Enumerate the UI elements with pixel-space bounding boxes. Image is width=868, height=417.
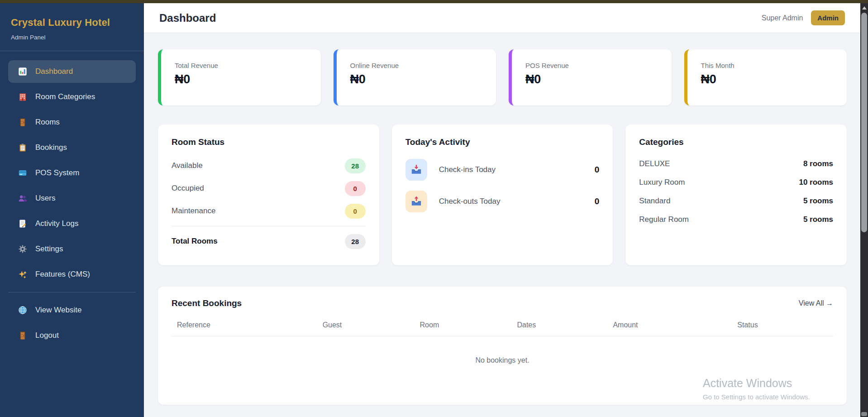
hotel-icon [18, 92, 27, 101]
mid-row: Room Status Available 28 Occupied 0 Main… [158, 125, 847, 265]
status-count-badge: 0 [345, 204, 366, 219]
stat-card-pos-revenue: POS Revenue ₦0 [509, 49, 672, 105]
column-header-reference: Reference [172, 321, 317, 336]
sidebar-item-label: POS System [35, 168, 79, 177]
panel-title: Room Status [172, 137, 366, 147]
stat-label: Online Revenue [350, 62, 483, 69]
users-icon [18, 194, 27, 203]
sidebar-item-label: Logout [35, 331, 59, 340]
sidebar-item-rooms[interactable]: Rooms [8, 111, 136, 134]
bookings-header-row: Reference Guest Room Dates Amount Status [172, 321, 833, 336]
sidebar-item-dashboard[interactable]: Dashboard [8, 60, 136, 83]
category-label: Luxury Room [639, 178, 685, 187]
category-value: 5 rooms [803, 197, 833, 206]
scroll-down-button[interactable] [861, 412, 867, 416]
vertical-scrollbar[interactable] [860, 3, 868, 417]
status-count-badge: 28 [345, 234, 366, 249]
scroll-up-arrow-icon[interactable] [862, 6, 867, 10]
status-count-badge: 28 [345, 158, 366, 173]
stat-card-total-revenue: Total Revenue ₦0 [158, 49, 321, 105]
status-label: Maintenance [172, 206, 215, 216]
panel-title: Today's Activity [405, 137, 600, 147]
sidebar-item-label: Users [35, 194, 55, 203]
sidebar-divider [8, 292, 136, 292]
bar-chart-icon [18, 67, 27, 76]
stat-label: This Month [701, 62, 834, 69]
window-top-strip [0, 0, 868, 3]
stats-row: Total Revenue ₦0 Online Revenue ₦0 POS R… [158, 49, 847, 105]
stat-value: ₦0 [175, 72, 307, 86]
category-row: DELUXE 8 rooms [639, 154, 833, 173]
sidebar-item-label: Rooms [35, 118, 60, 127]
category-value: 8 rooms [803, 159, 833, 168]
sparkles-icon [18, 270, 27, 279]
sidebar-nav: Dashboard Room Categories Rooms Bookings [0, 51, 144, 350]
sidebar-item-label: Bookings [35, 143, 67, 152]
inbox-tray-icon [405, 159, 427, 181]
panel-title: Categories [639, 137, 833, 147]
sidebar-item-label: Activity Logs [35, 219, 78, 228]
room-status-panel: Room Status Available 28 Occupied 0 Main… [158, 125, 379, 265]
credit-card-icon [18, 168, 27, 177]
category-row: Standard 5 rooms [639, 192, 833, 210]
category-row: Luxury Room 10 rooms [639, 173, 833, 192]
role-badge[interactable]: Admin [811, 10, 845, 25]
sidebar-item-bookings[interactable]: Bookings [8, 136, 136, 159]
scrollbar-thumb[interactable] [861, 13, 867, 232]
main-area: Dashboard Super Admin Admin Total Revenu… [144, 3, 860, 417]
stat-value: ₦0 [701, 72, 834, 86]
status-row-total: Total Rooms 28 [172, 230, 366, 253]
column-header-dates: Dates [511, 321, 607, 336]
category-row: Regular Room 5 rooms [639, 210, 833, 229]
category-label: DELUXE [639, 159, 670, 168]
activity-row-checkins: Check-ins Today 0 [405, 159, 600, 181]
activity-value: 0 [595, 197, 600, 206]
app-title: Crystal Luxury Hotel [11, 17, 133, 29]
sidebar-item-label: Dashboard [35, 67, 73, 76]
sidebar-item-room-categories[interactable]: Room Categories [8, 86, 136, 108]
sidebar-item-label: View Website [35, 306, 81, 315]
page-header: Dashboard Super Admin Admin [144, 3, 860, 33]
stat-label: POS Revenue [525, 62, 658, 69]
status-count-badge: 0 [345, 181, 366, 196]
outbox-tray-icon [405, 191, 427, 212]
status-label: Total Rooms [172, 237, 218, 246]
sidebar-item-activity-logs[interactable]: Activity Logs [8, 212, 136, 235]
view-all-link[interactable]: View All → [799, 299, 833, 307]
sidebar-item-users[interactable]: Users [8, 187, 136, 210]
current-user-name: Super Admin [762, 14, 803, 22]
sidebar-item-pos-system[interactable]: POS System [8, 162, 136, 184]
sidebar-item-settings[interactable]: Settings [8, 238, 136, 260]
activity-label: Check-ins Today [439, 165, 595, 174]
watermark-line1: Activate Windows [703, 377, 810, 390]
category-value: 5 rooms [803, 215, 833, 224]
column-header-room: Room [415, 321, 512, 336]
categories-panel: Categories DELUXE 8 rooms Luxury Room 10… [625, 125, 847, 265]
panel-title: Recent Bookings [172, 298, 242, 308]
door-icon [18, 331, 27, 340]
stat-card-this-month: This Month ₦0 [684, 49, 847, 105]
activity-value: 0 [595, 165, 600, 175]
divider [172, 226, 366, 226]
sidebar-item-logout[interactable]: Logout [8, 324, 136, 347]
column-header-status: Status [732, 321, 833, 336]
stat-label: Total Revenue [175, 62, 307, 69]
sidebar-item-label: Settings [35, 244, 63, 254]
status-row-available: Available 28 [172, 154, 366, 177]
stat-card-online-revenue: Online Revenue ₦0 [334, 49, 496, 105]
category-label: Regular Room [639, 215, 689, 224]
stat-value: ₦0 [350, 72, 483, 86]
stat-value: ₦0 [525, 72, 658, 86]
sidebar-item-view-website[interactable]: View Website [8, 299, 136, 321]
status-row-occupied: Occupied 0 [172, 177, 366, 200]
category-value: 10 rooms [799, 178, 833, 187]
status-label: Occupied [172, 184, 204, 193]
clipboard-icon [18, 143, 27, 152]
app-subtitle: Admin Panel [11, 34, 133, 41]
sidebar-item-features-cms[interactable]: Features (CMS) [8, 263, 136, 286]
status-label: Available [172, 161, 203, 170]
memo-icon [18, 219, 27, 228]
column-header-guest: Guest [317, 321, 415, 336]
sidebar-item-label: Features (CMS) [35, 270, 90, 279]
sidebar: Crystal Luxury Hotel Admin Panel Dashboa… [0, 3, 144, 417]
